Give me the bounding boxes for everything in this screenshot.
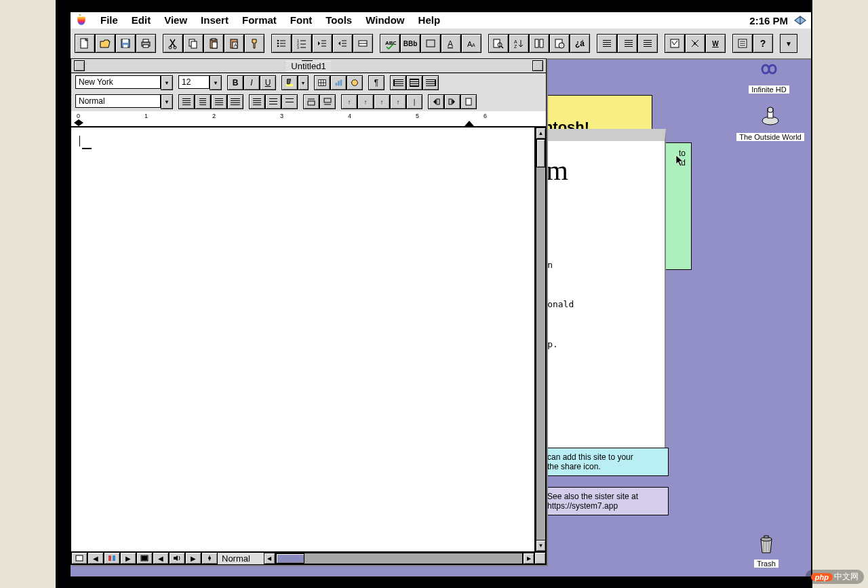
text-box-button[interactable] xyxy=(420,34,441,53)
spellcheck-button[interactable]: ABC xyxy=(380,34,400,53)
page-setup-button[interactable] xyxy=(549,34,570,53)
hscroll-track[interactable] xyxy=(275,553,523,564)
paste-special-button[interactable]: A xyxy=(224,34,244,53)
border-right-button[interactable] xyxy=(422,75,439,90)
styles-button[interactable]: A xyxy=(685,34,705,53)
view-next-button[interactable]: ▶ xyxy=(185,552,201,564)
align-right-button[interactable] xyxy=(211,94,227,109)
insert-object-button[interactable] xyxy=(347,75,363,90)
indent-marker-left-icon[interactable] xyxy=(74,119,83,126)
menu-view[interactable]: View xyxy=(157,12,194,28)
vscroll-track[interactable] xyxy=(536,139,546,540)
small-caps-button[interactable]: AA xyxy=(461,34,481,53)
scroll-right-arrow[interactable]: ▶ xyxy=(523,553,534,564)
highlight-dropdown[interactable]: ▼ xyxy=(298,75,309,90)
decrease-indent-button[interactable] xyxy=(312,34,332,53)
language-button[interactable]: ¿á xyxy=(570,34,590,53)
menubar-clock[interactable]: 2:16 PM xyxy=(749,15,788,26)
menu-insert[interactable]: Insert xyxy=(194,12,235,28)
bullets-button[interactable] xyxy=(271,34,292,53)
insert-table-button[interactable] xyxy=(314,75,330,90)
help-button[interactable]: ? xyxy=(753,34,773,53)
menu-window[interactable]: Window xyxy=(359,12,411,28)
menu-tools[interactable]: Tools xyxy=(319,12,359,28)
border-all-button[interactable] xyxy=(406,75,422,90)
toolbar-dropdown[interactable]: ▼ xyxy=(780,34,797,53)
style-field[interactable]: Normal xyxy=(75,94,161,108)
insert-chart-button[interactable] xyxy=(330,75,347,90)
spacing-15-button[interactable] xyxy=(265,94,281,109)
ruler-settings-button[interactable] xyxy=(460,94,477,109)
spacing-2-button[interactable] xyxy=(281,94,298,109)
print-button[interactable] xyxy=(136,34,156,53)
tab-left-button[interactable]: ↑ xyxy=(341,94,357,109)
next-page-button[interactable]: ▶ xyxy=(120,552,136,564)
indent-marker-right-icon[interactable] xyxy=(465,121,474,126)
font-size-dropdown[interactable]: ▼ xyxy=(210,75,222,90)
window-close-box[interactable] xyxy=(74,60,85,71)
text-direction-button[interactable]: A xyxy=(441,34,461,53)
view-prev-button[interactable]: ◀ xyxy=(153,552,169,564)
show-ruler-button[interactable] xyxy=(444,94,460,109)
cut-button[interactable] xyxy=(163,34,183,53)
bold-button[interactable]: B xyxy=(227,75,243,90)
find-button[interactable] xyxy=(488,34,509,53)
scroll-up-arrow[interactable]: ▲ xyxy=(536,128,546,139)
align-center-button[interactable] xyxy=(195,94,211,109)
tab-center-button[interactable]: ↑ xyxy=(357,94,374,109)
new-doc-button[interactable] xyxy=(75,34,95,53)
columns-button[interactable] xyxy=(529,34,549,53)
vertical-scrollbar[interactable]: ▲ ▼ xyxy=(535,128,546,551)
trash-icon[interactable]: Trash xyxy=(732,531,800,568)
show-invisibles-button[interactable]: ¶ xyxy=(368,75,384,90)
increase-indent-button[interactable] xyxy=(332,34,353,53)
view-normal-button[interactable] xyxy=(597,34,617,53)
app-switcher-icon[interactable] xyxy=(793,15,807,26)
font-size-field[interactable]: 12 xyxy=(178,75,210,89)
scroll-down-arrow[interactable]: ▼ xyxy=(536,540,546,551)
window-titlebar[interactable]: Untitled1 xyxy=(71,59,546,73)
space-after-button[interactable] xyxy=(319,94,336,109)
menu-edit[interactable]: Edit xyxy=(125,12,157,28)
options-button[interactable] xyxy=(732,34,753,53)
border-left-button[interactable] xyxy=(390,75,406,90)
open-button[interactable] xyxy=(95,34,115,53)
copy-button[interactable] xyxy=(183,34,203,53)
highlight-button[interactable] xyxy=(281,75,298,90)
vscroll-thumb[interactable] xyxy=(536,139,545,168)
goto-page-button[interactable] xyxy=(104,552,120,564)
apple-menu-icon[interactable] xyxy=(75,14,88,27)
horizontal-scrollbar[interactable]: ◀ ▶ xyxy=(264,552,534,564)
window-collapse-box[interactable] xyxy=(532,60,543,71)
tab-right-button[interactable]: ↑ xyxy=(374,94,390,109)
sort-button[interactable]: AZ xyxy=(509,34,529,53)
numbering-button[interactable]: 123 xyxy=(292,34,312,53)
space-before-button[interactable] xyxy=(303,94,319,109)
outside-world-icon[interactable]: The Outside World xyxy=(730,104,811,142)
zoom-button[interactable] xyxy=(136,552,153,564)
menu-file[interactable]: File xyxy=(94,12,125,28)
split-button[interactable] xyxy=(201,552,218,564)
view-outline-button[interactable] xyxy=(617,34,637,53)
save-button[interactable] xyxy=(115,34,136,53)
spacing-1-button[interactable] xyxy=(249,94,265,109)
align-left-button[interactable] xyxy=(178,94,195,109)
format-painter-button[interactable] xyxy=(244,34,264,53)
document-page[interactable] xyxy=(71,128,535,551)
style-dropdown[interactable]: ▼ xyxy=(161,94,173,109)
menu-help[interactable]: Help xyxy=(412,12,448,28)
view-page-button[interactable] xyxy=(637,34,658,53)
menu-font[interactable]: Font xyxy=(283,12,319,28)
sound-button[interactable] xyxy=(169,552,185,564)
horizontal-ruler[interactable]: 0 1 2 3 4 5 6 xyxy=(71,111,546,127)
tab-decimal-button[interactable]: ↑ xyxy=(390,94,406,109)
word-count-button[interactable]: W xyxy=(705,34,726,53)
prev-page-button[interactable]: ◀ xyxy=(87,552,104,564)
hide-ruler-button[interactable] xyxy=(428,94,444,109)
change-case-button[interactable]: BBb xyxy=(400,34,420,53)
menu-format[interactable]: Format xyxy=(235,12,283,28)
borders-button[interactable] xyxy=(353,34,373,53)
underline-button[interactable]: U xyxy=(260,75,276,90)
font-name-dropdown[interactable]: ▼ xyxy=(161,75,173,90)
page-nav-button[interactable] xyxy=(71,552,87,564)
